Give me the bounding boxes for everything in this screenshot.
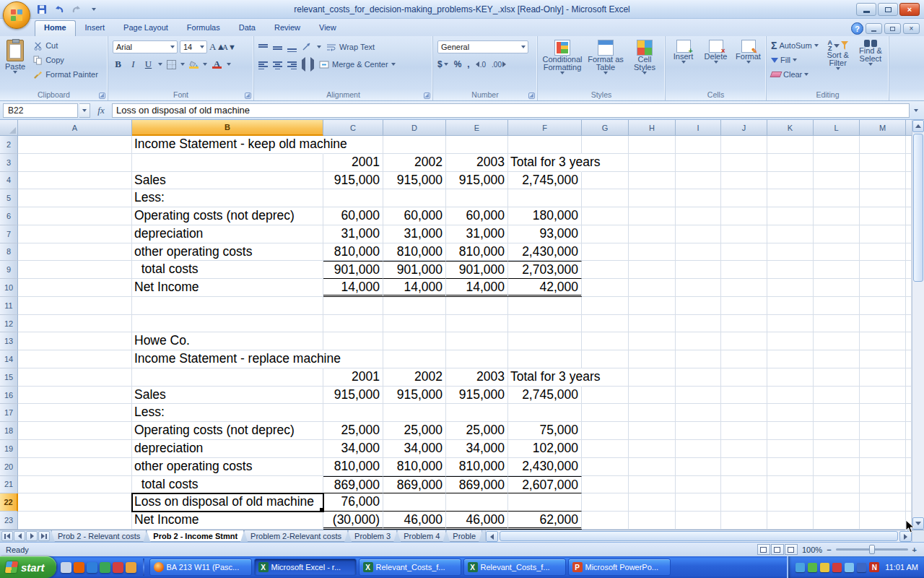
shrink-font-button[interactable]: A▼ <box>222 43 233 51</box>
cell-K8[interactable] <box>767 243 814 262</box>
quick-launch-icon-4[interactable] <box>100 562 110 573</box>
cell-C21[interactable]: 869,000 <box>323 476 383 494</box>
next-sheet-button[interactable] <box>26 531 38 541</box>
font-dialog-launcher-icon[interactable] <box>245 92 251 99</box>
paste-button[interactable]: Paste <box>3 38 27 87</box>
row-header-17[interactable]: 17 <box>0 404 18 422</box>
row-header-8[interactable]: 8 <box>0 243 18 262</box>
cell-D14[interactable] <box>383 350 446 368</box>
workbook-minimize-button[interactable] <box>866 23 882 34</box>
cell-E19[interactable]: 34,000 <box>446 440 508 458</box>
cell-C6[interactable]: 60,000 <box>323 207 383 225</box>
format-as-table-button[interactable]: Format as Table <box>585 38 626 87</box>
cell-K2[interactable] <box>767 136 814 154</box>
cell-J9[interactable] <box>721 261 767 279</box>
cell-A16[interactable] <box>18 387 132 405</box>
cell-K20[interactable] <box>767 458 814 476</box>
cell-C18[interactable]: 25,000 <box>323 422 383 440</box>
cell-B10[interactable]: Net Income <box>132 279 323 297</box>
cell-F10[interactable]: 42,000 <box>508 279 582 297</box>
cell-J8[interactable] <box>721 243 767 262</box>
cell-J22[interactable] <box>721 493 767 512</box>
cell-J3[interactable] <box>721 154 767 172</box>
cell-A20[interactable] <box>18 458 132 476</box>
cell-D21[interactable]: 869,000 <box>383 476 446 494</box>
cell-F15[interactable]: Total for 3 years <box>508 368 582 387</box>
cell-K16[interactable] <box>767 387 814 405</box>
cell-L17[interactable] <box>814 404 860 422</box>
italic-button[interactable]: I <box>128 59 139 70</box>
row-header-18[interactable]: 18 <box>0 422 18 440</box>
clear-button[interactable]: Clear <box>770 67 821 82</box>
cell-L20[interactable] <box>814 458 860 476</box>
cell-G11[interactable] <box>582 297 629 315</box>
cell-D16[interactable]: 915,000 <box>383 387 446 405</box>
bold-button[interactable]: B <box>113 59 123 70</box>
cell-L4[interactable] <box>814 172 860 190</box>
page-break-view-button[interactable] <box>785 544 798 555</box>
cell-M12[interactable] <box>860 315 906 333</box>
cell-J19[interactable] <box>721 440 767 458</box>
cell-J17[interactable] <box>721 404 767 422</box>
cell-E18[interactable]: 25,000 <box>446 422 508 440</box>
cell-L16[interactable] <box>814 387 860 405</box>
cell-G13[interactable] <box>582 332 629 350</box>
cell-B5[interactable]: Less: <box>132 189 323 207</box>
previous-sheet-button[interactable] <box>14 531 25 541</box>
cell-J21[interactable] <box>721 476 767 494</box>
cell-I15[interactable] <box>676 368 721 387</box>
column-header-L[interactable]: L <box>814 120 860 136</box>
sheet-tab[interactable]: Proble <box>446 530 482 542</box>
cell-G5[interactable] <box>582 189 629 207</box>
cell-J10[interactable] <box>721 279 767 297</box>
cell-A8[interactable] <box>18 243 132 262</box>
cell-I3[interactable] <box>676 154 721 172</box>
borders-button[interactable] <box>167 60 176 69</box>
cell-M4[interactable] <box>860 172 906 190</box>
cell-J14[interactable] <box>721 350 767 368</box>
cell-H11[interactable] <box>629 297 676 315</box>
cell-M6[interactable] <box>860 207 906 225</box>
decrease-indent-button[interactable] <box>302 60 305 69</box>
cell-H17[interactable] <box>629 404 676 422</box>
formula-bar-expand-button[interactable] <box>911 103 921 118</box>
office-button[interactable] <box>3 1 30 29</box>
cell-F4[interactable]: 2,745,000 <box>508 172 582 190</box>
column-header-K[interactable]: K <box>767 120 814 136</box>
cell-G6[interactable] <box>582 207 629 225</box>
cell-H15[interactable] <box>629 368 676 387</box>
cell-H18[interactable] <box>629 422 676 440</box>
cell-E15[interactable]: 2003 <box>446 368 508 387</box>
cell-F5[interactable] <box>508 189 582 207</box>
align-top-button[interactable] <box>258 43 268 51</box>
align-left-button[interactable] <box>258 61 268 69</box>
row-header-22[interactable]: 22 <box>0 493 18 512</box>
cell-H10[interactable] <box>629 279 676 297</box>
horizontal-scrollbar[interactable] <box>485 530 912 542</box>
cell-M5[interactable] <box>860 189 906 207</box>
cell-L22[interactable] <box>814 493 860 512</box>
cell-A14[interactable] <box>18 350 132 368</box>
cell-I12[interactable] <box>676 315 721 333</box>
cell-I19[interactable] <box>676 440 721 458</box>
cell-D7[interactable]: 31,000 <box>383 225 446 243</box>
taskbar-window-button[interactable]: Microsoft PowerPo... <box>568 558 671 576</box>
cell-E17[interactable] <box>446 404 508 422</box>
cell-E22[interactable] <box>446 493 508 512</box>
workbook-close-button[interactable]: × <box>903 23 920 34</box>
number-format-select[interactable]: General <box>437 40 528 53</box>
cell-I17[interactable] <box>676 404 721 422</box>
comma-style-button[interactable]: , <box>467 59 469 69</box>
cell-E2[interactable] <box>446 136 508 154</box>
cell-D12[interactable] <box>383 315 446 333</box>
cell-E21[interactable]: 869,000 <box>446 476 508 494</box>
cell-F14[interactable] <box>508 350 582 368</box>
cell-I6[interactable] <box>676 207 721 225</box>
cell-A6[interactable] <box>18 207 132 225</box>
cell-D11[interactable] <box>383 297 446 315</box>
fill-color-button[interactable] <box>189 61 199 69</box>
cell-M16[interactable] <box>860 387 906 405</box>
cell-D6[interactable]: 60,000 <box>383 207 446 225</box>
align-right-button[interactable] <box>287 61 297 69</box>
cell-B17[interactable]: Less: <box>132 404 323 422</box>
